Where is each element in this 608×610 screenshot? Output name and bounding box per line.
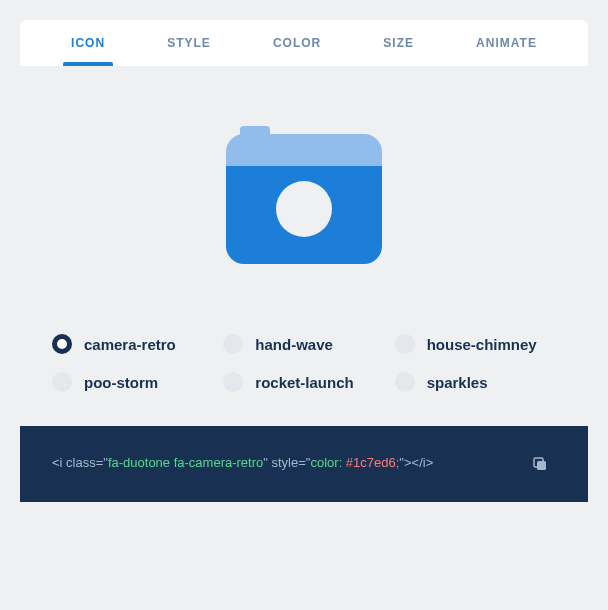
radio-icon xyxy=(52,372,72,392)
radio-icon xyxy=(223,372,243,392)
radio-icon xyxy=(395,334,415,354)
camera-retro-icon xyxy=(226,126,382,264)
code-snippet: <i class="fa-duotone fa-camera-retro" st… xyxy=(52,452,504,475)
tab-icon[interactable]: ICON xyxy=(63,20,113,66)
tab-color[interactable]: COLOR xyxy=(265,20,329,66)
option-rocket-launch[interactable]: rocket-launch xyxy=(223,372,384,392)
radio-icon xyxy=(223,334,243,354)
tabs-bar: ICON STYLE COLOR SIZE ANIMATE xyxy=(20,20,588,66)
option-sparkles[interactable]: sparkles xyxy=(395,372,556,392)
code-text: <i class=" xyxy=(52,455,108,470)
tab-style[interactable]: STYLE xyxy=(159,20,219,66)
radio-icon xyxy=(52,334,72,354)
option-label: sparkles xyxy=(427,374,488,391)
svg-rect-0 xyxy=(537,461,546,470)
option-label: rocket-launch xyxy=(255,374,353,391)
copy-icon xyxy=(531,455,549,473)
code-text: "></i> xyxy=(399,455,433,470)
tab-size[interactable]: SIZE xyxy=(375,20,422,66)
option-house-chimney[interactable]: house-chimney xyxy=(395,334,556,354)
option-label: poo-storm xyxy=(84,374,158,391)
code-text: fa-duotone fa-camera-retro xyxy=(108,455,263,470)
radio-icon xyxy=(395,372,415,392)
option-hand-wave[interactable]: hand-wave xyxy=(223,334,384,354)
icon-options: camera-retro hand-wave house-chimney poo… xyxy=(20,304,588,426)
copy-button[interactable] xyxy=(524,448,556,480)
option-camera-retro[interactable]: camera-retro xyxy=(52,334,213,354)
code-text: " style=" xyxy=(263,455,310,470)
icon-preview xyxy=(20,66,588,304)
code-snippet-bar: <i class="fa-duotone fa-camera-retro" st… xyxy=(20,426,588,502)
option-poo-storm[interactable]: poo-storm xyxy=(52,372,213,392)
option-label: camera-retro xyxy=(84,336,176,353)
code-text: #1c7ed6; xyxy=(346,455,400,470)
option-label: house-chimney xyxy=(427,336,537,353)
code-text: color: xyxy=(310,455,345,470)
tab-animate[interactable]: ANIMATE xyxy=(468,20,545,66)
option-label: hand-wave xyxy=(255,336,333,353)
